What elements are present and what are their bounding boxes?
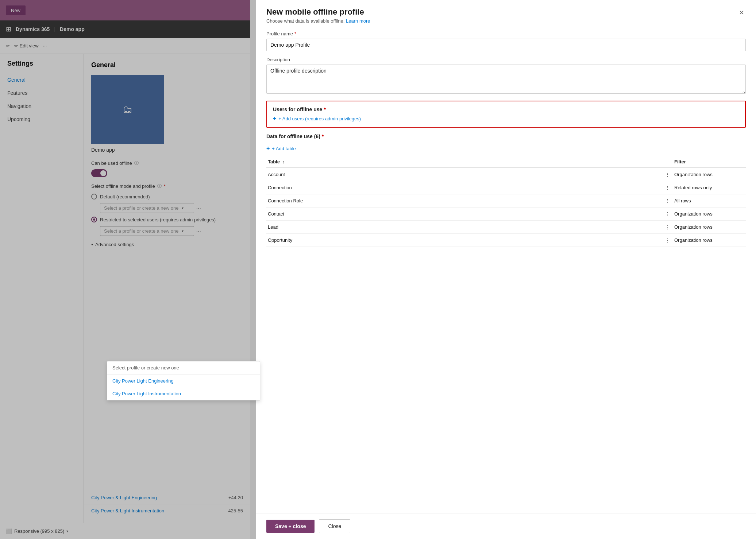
profile-info-icon: ⓘ <box>157 183 162 189</box>
add-table-label: + Add table <box>272 146 296 151</box>
description-textarea[interactable]: Offline profile description <box>266 65 746 94</box>
edit-dots[interactable]: ··· <box>43 43 47 49</box>
profile-name-required: * <box>294 31 296 36</box>
chevron-down-icon: ▾ <box>91 243 93 247</box>
responsive-icon: ⬜ <box>6 528 12 534</box>
list-item: City Power & Light Instrumentation 425-5… <box>84 504 250 517</box>
close-button[interactable]: Close <box>319 519 350 533</box>
sidebar-item-navigation[interactable]: Navigation <box>0 100 84 113</box>
restricted-profile-select[interactable]: Select a profile or create a new one ▾ <box>100 226 194 236</box>
profile-mode-label: Select offline mode and profile ⓘ * <box>91 183 243 189</box>
sidebar-item-upcoming[interactable]: Upcoming <box>0 113 84 126</box>
settings-sidebar: Settings General Features Navigation Upc… <box>0 54 84 539</box>
row-dots-button[interactable]: ⋮ <box>662 234 673 247</box>
table-cell-filter: Organization rows <box>673 168 746 181</box>
data-table: Table ↑ Filter Account ⋮ Organization ro… <box>266 156 746 247</box>
learn-more-link[interactable]: Learn more <box>346 18 370 24</box>
edit-bar: ✏ ✏ Edit view ··· <box>0 38 250 54</box>
offline-toggle-section: Can be used offline ⓘ <box>91 160 243 177</box>
table-row: Account ⋮ Organization rows <box>266 168 746 181</box>
add-users-button[interactable]: ++ Add users (requires admin privileges) <box>273 115 361 122</box>
col-table: Table ↑ <box>266 156 662 168</box>
table-cell-name: Connection Role <box>266 194 662 208</box>
table-row: Opportunity ⋮ Organization rows <box>266 234 746 247</box>
offline-label: Can be used offline ⓘ <box>91 160 243 166</box>
app-name-label: Demo app <box>91 147 243 153</box>
settings-title: Settings <box>0 60 84 73</box>
save-close-button[interactable]: Save + close <box>266 520 315 533</box>
table-row: Contact ⋮ Organization rows <box>266 208 746 221</box>
description-field: Description Offline profile description <box>266 57 746 95</box>
table-row: Connection Role ⋮ All rows <box>266 194 746 208</box>
city-power-instrumentation-link[interactable]: City Power & Light Instrumentation <box>91 508 164 513</box>
dropdown-item-instrumentation[interactable]: City Power Light Instrumentation <box>107 387 260 400</box>
app-preview-image: 🗂 <box>91 75 164 144</box>
restricted-radio-option: Restricted to selected users (requires a… <box>91 217 243 222</box>
add-table-plus-icon: + <box>266 145 270 152</box>
restricted-profile-placeholder: Select a profile or create a new one <box>104 228 179 234</box>
restricted-chevron-down-icon: ▾ <box>182 229 184 233</box>
background-list: City Power & Light Engineering +44 20 Ci… <box>84 491 250 517</box>
list-item: City Power & Light Engineering +44 20 <box>84 491 250 504</box>
profile-name-label: Profile name * <box>266 31 746 36</box>
col-dots <box>662 156 673 168</box>
users-req-star: * <box>324 106 325 112</box>
default-profile-dropdown: Select a profile or create a new one ▾ ·… <box>100 203 243 213</box>
restricted-profile-dropdown: Select a profile or create a new one ▾ ·… <box>100 226 243 236</box>
close-panel-button[interactable]: ✕ <box>737 7 746 18</box>
col-filter: Filter <box>673 156 746 168</box>
app-preview-icon: 🗂 <box>123 104 133 116</box>
profile-name-input[interactable] <box>266 39 746 51</box>
profile-dots-button[interactable]: ··· <box>196 205 201 212</box>
table-row: Lead ⋮ Organization rows <box>266 221 746 234</box>
sidebar-item-features[interactable]: Features <box>0 86 84 100</box>
table-cell-name: Opportunity <box>266 234 662 247</box>
row-dots-button[interactable]: ⋮ <box>662 181 673 194</box>
data-section: Data for offline use (6) * ++ Add table … <box>266 133 746 247</box>
sidebar-item-general[interactable]: General <box>0 73 84 86</box>
restricted-dots-button[interactable]: ··· <box>196 228 201 234</box>
offline-toggle[interactable] <box>91 169 107 177</box>
default-radio-option: Default (recommended) <box>91 194 243 199</box>
row-dots-button[interactable]: ⋮ <box>662 221 673 234</box>
table-cell-name: Account <box>266 168 662 181</box>
responsive-label[interactable]: Responsive (995 x 825) <box>14 528 64 534</box>
description-label: Description <box>266 57 746 62</box>
edit-view-label[interactable]: ✏ Edit view <box>14 43 39 49</box>
responsive-bar: ⬜ Responsive (995 x 825) ▾ <box>0 523 250 539</box>
default-radio[interactable] <box>91 194 97 199</box>
city-power-engineering-phone: +44 20 <box>228 495 243 500</box>
data-section-header: Data for offline use (6) * <box>266 133 746 142</box>
panel-header-text: New mobile offline profile Choose what d… <box>266 7 370 24</box>
profile-name-field: Profile name * <box>266 31 746 51</box>
separator: | <box>54 26 55 32</box>
new-button[interactable]: New <box>6 5 26 15</box>
row-dots-button[interactable]: ⋮ <box>662 194 673 208</box>
plus-icon: + <box>273 115 276 122</box>
profile-chevron-down-icon: ▾ <box>182 206 184 210</box>
table-cell-name: Lead <box>266 221 662 234</box>
profile-dropdown-popup: Select profile or create new one City Po… <box>107 361 260 400</box>
advanced-settings[interactable]: ▾ Advanced settings <box>91 242 243 247</box>
users-section: Users for offline use * ++ Add users (re… <box>266 101 746 128</box>
edit-icon: ✏ <box>6 43 10 49</box>
table-cell-name: Connection <box>266 181 662 194</box>
dropdown-item-engineering[interactable]: City Power Light Engineering <box>107 375 260 387</box>
offline-info-icon: ⓘ <box>134 160 139 166</box>
row-dots-button[interactable]: ⋮ <box>662 168 673 181</box>
panel-footer: Save + close Close <box>256 513 756 539</box>
data-section-label: Data for offline use (6) * <box>266 133 324 139</box>
default-profile-select[interactable]: Select a profile or create a new one ▾ <box>100 203 194 213</box>
city-power-engineering-link[interactable]: City Power & Light Engineering <box>91 495 157 500</box>
table-row: Connection ⋮ Related rows only <box>266 181 746 194</box>
add-table-button[interactable]: ++ Add table <box>266 145 296 152</box>
table-cell-filter: Organization rows <box>673 221 746 234</box>
responsive-chevron-icon: ▾ <box>66 529 68 533</box>
row-dots-button[interactable]: ⋮ <box>662 208 673 221</box>
general-title: General <box>91 61 243 69</box>
panel-body: Profile name * Description Offline profi… <box>256 24 756 513</box>
default-radio-label: Default (recommended) <box>100 194 150 199</box>
profile-section: Select offline mode and profile ⓘ * Defa… <box>91 183 243 236</box>
restricted-radio[interactable] <box>91 217 97 222</box>
table-cell-name: Contact <box>266 208 662 221</box>
